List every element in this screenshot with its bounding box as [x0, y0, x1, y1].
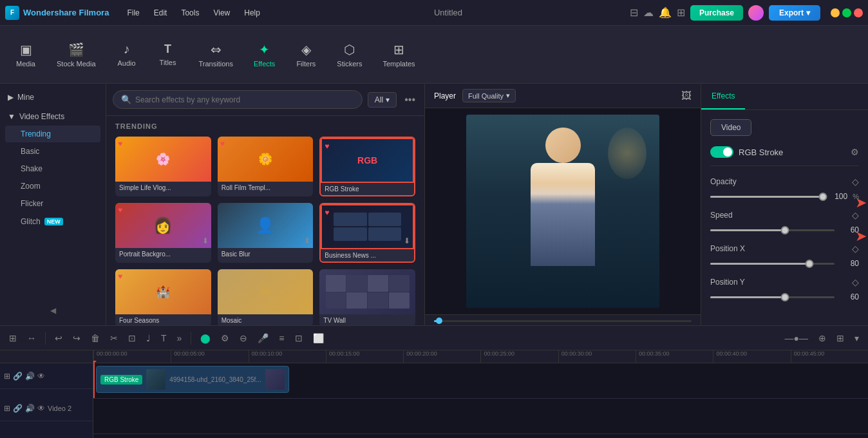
preview-image-icon[interactable]: 🖼	[681, 90, 692, 102]
toolbar-audio[interactable]: ♪ Audio	[108, 37, 146, 72]
track2-chain-icon[interactable]: 🔗	[13, 404, 23, 413]
tab-player[interactable]: Player	[434, 91, 456, 100]
position-y-thumb[interactable]	[780, 293, 789, 301]
effect-card-mosaic[interactable]: 🏛 Mosaic	[218, 269, 314, 325]
effect-card-tv-wall[interactable]: TV Wall	[319, 269, 415, 325]
position-y-slider[interactable]	[710, 296, 835, 298]
sidebar-collapse-button[interactable]: ◀	[0, 301, 106, 320]
track1-eye-icon[interactable]: 👁	[37, 372, 45, 381]
sidebar-item-flicker[interactable]: Flicker	[5, 195, 100, 212]
sidebar-item-shake[interactable]: Shake	[5, 160, 100, 177]
menu-help[interactable]: Help	[238, 6, 267, 20]
toolbar-transitions[interactable]: ⇔ Transitions	[190, 37, 242, 73]
sidebar-item-glitch[interactable]: Glitch NEW	[5, 213, 79, 230]
timeline-grid-button[interactable]: ⊞	[833, 330, 848, 346]
effect-card-rgb-stroke[interactable]: ♥ RGB RGB Stroke	[319, 137, 415, 196]
win-minimize-button[interactable]	[831, 8, 840, 17]
toolbar-templates[interactable]: ⊞ Templates	[373, 37, 424, 73]
toolbar-stickers[interactable]: ⬡ Stickers	[328, 37, 371, 73]
timeline-tool-2[interactable]: ⚙	[217, 330, 233, 346]
toolbar-filters[interactable]: ◈ Filters	[287, 37, 325, 73]
timeline-tool-4[interactable]: 🎤	[254, 330, 272, 346]
config-icon[interactable]: ⚙	[851, 147, 859, 157]
cut-button[interactable]: ✂	[106, 330, 122, 346]
video-tab-button[interactable]: Video	[710, 119, 751, 136]
speed-reset-icon[interactable]: ◇	[852, 210, 859, 220]
media-label: Media	[16, 60, 35, 68]
effect-label-portrait: Portrait Backgro...	[115, 248, 211, 260]
menu-edit[interactable]: Edit	[147, 6, 174, 20]
export-button[interactable]: Export ▾	[769, 5, 820, 21]
rgb-stroke-toggle[interactable]	[710, 146, 733, 158]
avatar[interactable]	[748, 5, 764, 21]
track2-volume-icon[interactable]: 🔊	[25, 404, 35, 413]
timeline-tool-5[interactable]: ≡	[275, 330, 288, 346]
position-x-reset-icon[interactable]: ◇	[852, 243, 859, 254]
track1-layers-icon[interactable]: ⊞	[4, 372, 10, 381]
opacity-slider[interactable]	[710, 196, 823, 198]
redo-button[interactable]: ↪	[69, 330, 84, 346]
sidebar-item-trending[interactable]: Trending	[5, 126, 100, 142]
progress-bar[interactable]	[434, 320, 692, 322]
toolbar-stock-media[interactable]: 🎬 Stock Media	[48, 37, 105, 73]
text-button[interactable]: T	[157, 330, 171, 346]
download-icon: ⬇	[202, 236, 209, 245]
track2-layers-icon[interactable]: ⊞	[4, 404, 10, 413]
track1-volume-icon[interactable]: 🔊	[25, 372, 35, 381]
position-y-reset-icon[interactable]: ◇	[852, 277, 859, 287]
win-close-button[interactable]	[854, 8, 863, 17]
track2-eye-icon[interactable]: 👁	[37, 404, 45, 413]
crop-button[interactable]: ⊡	[124, 330, 140, 346]
timeline-settings-button[interactable]: ▾	[851, 330, 863, 346]
speed-slider[interactable]	[710, 229, 835, 231]
toolbar-effects[interactable]: ✦ Effects	[245, 37, 284, 73]
bell-icon[interactable]: 🔔	[659, 6, 672, 19]
menu-tools[interactable]: Tools	[175, 6, 205, 20]
timeline-tool-7[interactable]: ⬜	[309, 330, 328, 346]
sidebar-item-basic[interactable]: Basic	[5, 143, 100, 160]
timeline-tool-6[interactable]: ⊡	[291, 330, 307, 346]
menu-file[interactable]: File	[120, 6, 146, 20]
effect-card-roll-film[interactable]: ♥ 🌼 Roll Film Templ...	[218, 137, 314, 196]
more-options-button[interactable]: •••	[402, 91, 418, 108]
effect-card-business-news[interactable]: ♥ ⬇ Business News ...	[319, 203, 415, 263]
win-maximize-button[interactable]	[842, 8, 851, 17]
opacity-thumb[interactable]	[819, 193, 827, 201]
toggle-knob	[723, 148, 732, 157]
snap-tool-button[interactable]: ↔	[23, 330, 40, 346]
opacity-reset-icon[interactable]: ◇	[852, 176, 859, 187]
position-x-thumb[interactable]	[806, 260, 814, 268]
timeline-clip1[interactable]: RGB Stroke 4994158-uhd_2160_3840_25f...	[96, 366, 289, 393]
purchase-button[interactable]: Purchase	[690, 5, 743, 21]
effect-card-basic-blur[interactable]: ⬇ 👤 Basic Blur	[218, 203, 314, 263]
audio-sync-button[interactable]: ♩	[142, 330, 155, 346]
timeline-tool-3[interactable]: ⊖	[236, 330, 251, 346]
filter-dropdown[interactable]: All ▾	[368, 92, 397, 108]
select-tool-button[interactable]: ⊞	[5, 330, 21, 346]
toolbar-titles[interactable]: T Titles	[149, 37, 187, 71]
effect-card-four-seasons[interactable]: ♥ 🏰 Four Seasons	[115, 269, 211, 325]
timeline-tool-1[interactable]: ⬤	[196, 330, 214, 346]
effect-card-portrait[interactable]: ♥ ⬇ 👩 Portrait Backgro...	[115, 203, 211, 263]
timeline-add-button[interactable]: ⊕	[815, 330, 830, 346]
effect-card-simple-vlog[interactable]: ♥ 🌸 Simple Life Vlog...	[115, 137, 211, 196]
toolbar-media[interactable]: ▣ Media	[6, 37, 45, 73]
apps-icon[interactable]: ⊞	[677, 6, 685, 19]
delete-button[interactable]: 🗑	[87, 330, 104, 346]
sidebar-video-effects-header[interactable]: ▼ Video Effects	[0, 108, 106, 125]
cloud-icon[interactable]: ☁	[643, 6, 654, 19]
param-opacity-section: Opacity ◇ 100 % ➤	[710, 176, 859, 201]
menu-view[interactable]: View	[207, 6, 236, 20]
more-tools-button[interactable]: »	[173, 330, 186, 346]
position-x-slider[interactable]	[710, 263, 835, 265]
track1-chain-icon[interactable]: 🔗	[13, 372, 23, 381]
speed-thumb[interactable]	[780, 226, 789, 234]
sidebar-item-zoom[interactable]: Zoom	[5, 178, 100, 195]
minimize-window-icon[interactable]: ⊟	[630, 6, 638, 19]
search-input[interactable]	[135, 95, 354, 104]
tab-effects[interactable]: Effects	[701, 84, 745, 110]
undo-button[interactable]: ↩	[51, 330, 66, 346]
sidebar-mine-header[interactable]: ▶ Mine	[0, 89, 106, 106]
quality-select[interactable]: Full Quality ▾	[462, 89, 516, 102]
timeline-speed-button[interactable]: —●—	[781, 330, 812, 346]
